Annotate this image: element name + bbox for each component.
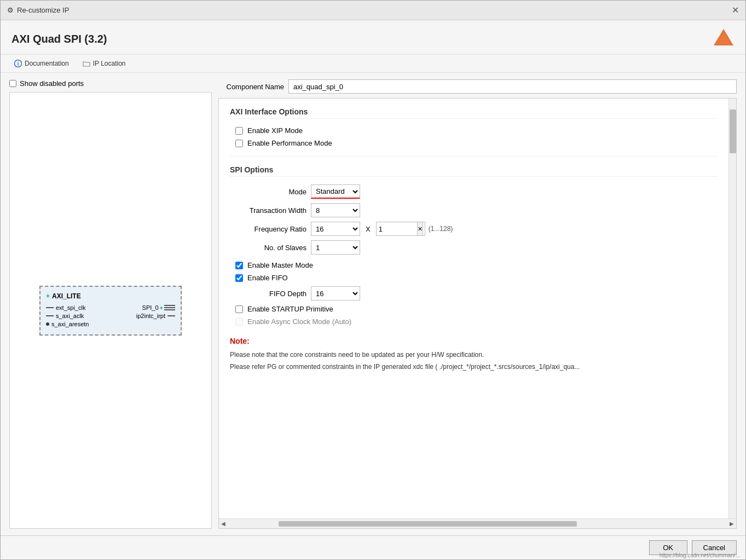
folder-icon bbox=[82, 59, 91, 68]
dialog-header: AXI Quad SPI (3.2) bbox=[1, 20, 745, 55]
port-label-ext-spi-clk: ext_spi_clk bbox=[56, 304, 85, 311]
right-panel: Component Name AXI Interface Options Ena… bbox=[218, 79, 737, 529]
scroll-left-button[interactable]: ◀ bbox=[221, 521, 225, 527]
note-line-2: Please refer PG or commented constraints… bbox=[230, 362, 718, 372]
port-label-s-axi-aresetn: s_axi_aresetn bbox=[51, 321, 89, 327]
port-label-ip2intc: ip2intc_irpt bbox=[136, 313, 165, 319]
num-slaves-select[interactable]: 1 2 3 4 bbox=[311, 240, 360, 255]
dialog-title: AXI Quad SPI (3.2) bbox=[11, 33, 107, 45]
port-row-s-axi-aclk: s_axi_aclk ip2intc_irpt bbox=[46, 313, 175, 319]
enable-startup-label: Enable STARTUP Primitive bbox=[247, 305, 333, 313]
note-line-1: Please note that the core constraints ne… bbox=[230, 350, 718, 360]
info-icon: i bbox=[14, 59, 22, 68]
ip-block: + AXI_LITE ext_spi_clk SPI_0 + bbox=[39, 286, 182, 336]
toolbar-row: i Documentation IP Location bbox=[1, 55, 745, 73]
port-row-s-axi-aresetn: s_axi_aresetn bbox=[46, 321, 175, 327]
frequency-input-wrapper: ✕ bbox=[376, 222, 425, 236]
fifo-depth-row: FIFO Depth 16 256 bbox=[230, 286, 718, 301]
enable-performance-checkbox[interactable] bbox=[235, 140, 243, 147]
svg-text:i: i bbox=[18, 61, 19, 67]
fifo-depth-select[interactable]: 16 256 bbox=[311, 286, 360, 301]
dialog-footer: OK Cancel bbox=[1, 535, 745, 559]
frequency-ratio-select[interactable]: 2 4 8 16 32 64 bbox=[311, 222, 360, 236]
settings-container: AXI Interface Options Enable XIP Mode En… bbox=[218, 98, 737, 529]
documentation-label: Documentation bbox=[25, 60, 69, 67]
left-panel: Show disabled ports + AXI_LITE ext_spi_c… bbox=[9, 79, 212, 529]
enable-xip-checkbox[interactable] bbox=[235, 127, 243, 135]
frequency-ratio-row: Frequency Ratio 2 4 8 16 32 64 bbox=[230, 222, 718, 236]
ip-location-label: IP Location bbox=[93, 60, 126, 67]
fifo-depth-label: FIFO Depth bbox=[235, 290, 307, 298]
vivado-logo bbox=[713, 28, 735, 50]
frequency-range-label: (1...128) bbox=[429, 225, 453, 233]
ip-location-button[interactable]: IP Location bbox=[80, 58, 128, 69]
title-bar: ⚙ Re-customize IP ✕ bbox=[1, 1, 745, 20]
transaction-width-row: Transaction Width 8 16 32 bbox=[230, 203, 718, 217]
port-line bbox=[46, 315, 54, 316]
spi-section-title: SPI Options bbox=[230, 165, 718, 177]
vertical-scrollbar[interactable] bbox=[728, 99, 736, 518]
enable-master-mode-row: Enable Master Mode bbox=[230, 261, 718, 269]
port-dot bbox=[46, 322, 49, 326]
component-diagram: + AXI_LITE ext_spi_clk SPI_0 + bbox=[9, 92, 212, 529]
scroll-right-button[interactable]: ▶ bbox=[730, 521, 734, 527]
enable-performance-row: Enable Performance Mode bbox=[230, 139, 718, 147]
ip-block-name: AXI_LITE bbox=[52, 292, 81, 300]
mode-row: Mode Standard Dual Quad bbox=[230, 184, 718, 199]
horizontal-scrollbar[interactable]: ◀ ▶ bbox=[219, 518, 736, 528]
mode-label: Mode bbox=[235, 188, 307, 196]
enable-master-mode-checkbox[interactable] bbox=[235, 262, 243, 269]
enable-async-clock-checkbox[interactable] bbox=[235, 318, 243, 326]
enable-fifo-label: Enable FIFO bbox=[247, 274, 288, 282]
transaction-width-label: Transaction Width bbox=[235, 206, 307, 215]
settings-scroll[interactable]: AXI Interface Options Enable XIP Mode En… bbox=[219, 99, 728, 518]
enable-async-clock-row: Enable Async Clock Mode (Auto) bbox=[230, 317, 718, 326]
component-name-row: Component Name bbox=[218, 79, 737, 94]
enable-xip-row: Enable XIP Mode bbox=[230, 126, 718, 135]
plus-icon: + bbox=[46, 292, 50, 300]
num-slaves-label: No. of Slaves bbox=[235, 244, 307, 252]
settings-wrapper: AXI Interface Options Enable XIP Mode En… bbox=[219, 99, 736, 518]
show-disabled-label: Show disabled ports bbox=[20, 79, 84, 88]
documentation-button[interactable]: i Documentation bbox=[11, 58, 71, 69]
enable-startup-checkbox[interactable] bbox=[235, 305, 243, 313]
frequency-input[interactable] bbox=[379, 222, 417, 235]
enable-fifo-row: Enable FIFO bbox=[230, 274, 718, 282]
enable-fifo-checkbox[interactable] bbox=[235, 274, 243, 282]
footer-url: https://blog.csdn.net/chumman/... bbox=[660, 552, 740, 558]
component-name-input[interactable] bbox=[288, 79, 737, 94]
port-plus-icon: + bbox=[160, 304, 163, 311]
transaction-width-select[interactable]: 8 16 32 bbox=[311, 203, 360, 217]
axi-section-title: AXI Interface Options bbox=[230, 107, 718, 119]
frequency-ratio-label: Frequency Ratio bbox=[235, 225, 307, 233]
show-disabled-checkbox[interactable] bbox=[9, 80, 16, 87]
title-bar-text: ⚙ Re-customize IP bbox=[7, 6, 69, 14]
horiz-scroll-track bbox=[229, 521, 726, 527]
note-section: Note: Please note that the core constrai… bbox=[230, 337, 718, 372]
scrollbar-thumb[interactable] bbox=[730, 109, 736, 153]
enable-async-clock-label: Enable Async Clock Mode (Auto) bbox=[247, 317, 351, 326]
x-label: X bbox=[366, 225, 371, 233]
horiz-scroll-thumb[interactable] bbox=[279, 521, 577, 527]
enable-startup-row: Enable STARTUP Primitive bbox=[230, 305, 718, 313]
main-dialog: ⚙ Re-customize IP ✕ AXI Quad SPI (3.2) i… bbox=[0, 0, 746, 560]
ip-block-title: + AXI_LITE bbox=[46, 292, 175, 300]
port-line bbox=[46, 307, 54, 308]
enable-performance-label: Enable Performance Mode bbox=[247, 139, 332, 147]
close-button[interactable]: ✕ bbox=[732, 6, 739, 15]
mode-select[interactable]: Standard Dual Quad bbox=[311, 184, 360, 199]
show-disabled-row: Show disabled ports bbox=[9, 79, 212, 88]
enable-xip-label: Enable XIP Mode bbox=[247, 126, 303, 135]
title-bar-label: Re-customize IP bbox=[17, 6, 69, 14]
component-name-label: Component Name bbox=[218, 83, 284, 91]
port-label-s-axi-aclk: s_axi_aclk bbox=[56, 313, 84, 319]
frequency-clear-button[interactable]: ✕ bbox=[417, 222, 423, 236]
port-row-ext-spi-clk: ext_spi_clk SPI_0 + bbox=[46, 304, 175, 311]
note-title: Note: bbox=[230, 337, 718, 345]
dialog-icon: ⚙ bbox=[7, 6, 14, 14]
port-label-spi0: SPI_0 bbox=[142, 304, 159, 311]
num-slaves-row: No. of Slaves 1 2 3 4 bbox=[230, 240, 718, 255]
enable-master-mode-label: Enable Master Mode bbox=[247, 261, 313, 269]
main-content: Show disabled ports + AXI_LITE ext_spi_c… bbox=[1, 73, 745, 535]
